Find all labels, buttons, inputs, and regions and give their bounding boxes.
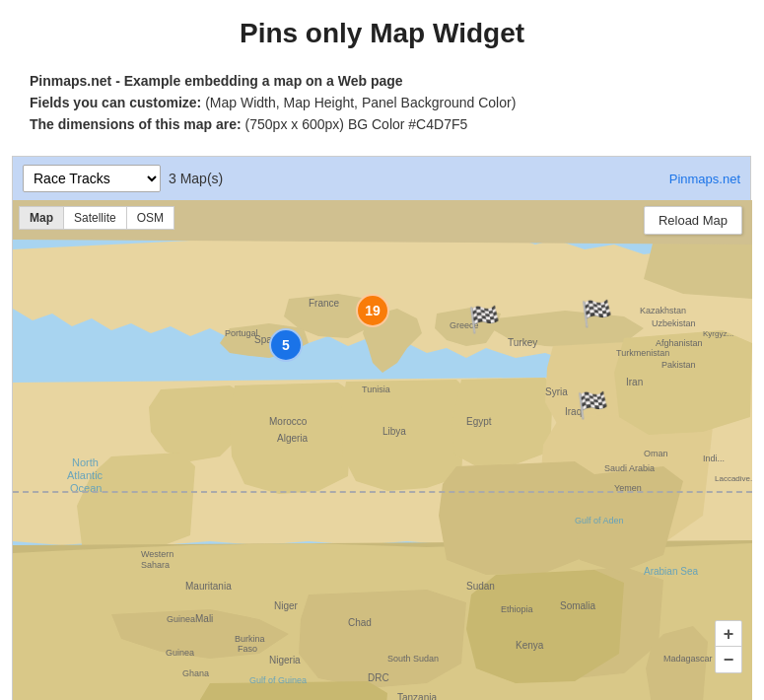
pinmaps-link[interactable]: Pinmaps.net [669, 172, 740, 186]
zoom-in-button[interactable]: + [716, 621, 741, 647]
cluster-count-5: 5 [269, 328, 303, 362]
svg-text:Atlantic: Atlantic [67, 469, 104, 481]
map-type-controls: Map Satellite OSM [19, 206, 174, 230]
cluster-pin-5[interactable]: 5 [269, 328, 303, 362]
svg-text:Indi...: Indi... [703, 454, 725, 463]
widget-topbar: Race Tracks 3 Map(s) Pinmaps.net [13, 157, 750, 200]
svg-text:South Sudan: South Sudan [387, 654, 439, 664]
info-line-1-text: Pinmaps.net - Example embedding a map on… [30, 73, 403, 89]
svg-text:Afghanistan: Afghanistan [656, 338, 703, 348]
svg-text:Western: Western [141, 549, 174, 559]
svg-text:Madagascar: Madagascar [663, 654, 713, 664]
page-title: Pins only Map Widget [20, 18, 744, 49]
info-line-3: The dimensions of this map are: (750px x… [30, 116, 734, 132]
page-header: Pins only Map Widget [0, 0, 764, 63]
info-line-3-label: The dimensions of this map are: [30, 116, 242, 132]
category-dropdown-wrapper: Race Tracks 3 Map(s) [23, 165, 223, 192]
svg-text:Guinea: Guinea [166, 648, 194, 658]
info-line-2-label: Fields you can customize: [30, 95, 201, 110]
cluster-count-19: 19 [356, 294, 389, 327]
svg-text:Turkmenistan: Turkmenistan [616, 348, 669, 358]
svg-text:Portugal: Portugal [225, 328, 258, 338]
map-widget: Race Tracks 3 Map(s) Pinmaps.net [12, 156, 751, 700]
reload-map-button[interactable]: Reload Map [644, 206, 742, 235]
svg-text:Nigeria: Nigeria [269, 655, 301, 665]
svg-text:Gulf of Aden: Gulf of Aden [575, 516, 624, 525]
info-line-3-value: (750px x 600px) BG Color #C4D7F5 [242, 116, 468, 132]
svg-text:Chad: Chad [348, 617, 372, 628]
svg-text:Mauritania: Mauritania [185, 581, 232, 592]
svg-text:Turkey: Turkey [508, 337, 537, 348]
svg-text:Ghana: Ghana [182, 668, 209, 678]
svg-text:DRC: DRC [368, 672, 389, 683]
cluster-pin-19[interactable]: 19 [356, 294, 389, 327]
map-count: 3 Map(s) [169, 171, 223, 186]
svg-text:Burkina: Burkina [235, 634, 265, 644]
svg-text:Ethiopia: Ethiopia [501, 604, 533, 614]
category-select[interactable]: Race Tracks [23, 165, 161, 192]
svg-text:Morocco: Morocco [269, 416, 308, 427]
svg-text:Uzbekistan: Uzbekistan [652, 318, 696, 328]
svg-text:Pakistan: Pakistan [661, 360, 696, 370]
svg-text:Sudan: Sudan [466, 581, 495, 592]
svg-text:Tanzania: Tanzania [397, 692, 437, 700]
svg-text:Somalia: Somalia [560, 600, 596, 611]
svg-text:North: North [72, 456, 99, 468]
svg-text:Egypt: Egypt [466, 416, 492, 427]
svg-text:Guinea: Guinea [167, 614, 195, 624]
svg-text:Oman: Oman [644, 449, 668, 458]
flag-pin-1[interactable]: 🏁 [468, 307, 500, 332]
svg-text:France: France [309, 298, 340, 309]
map-type-satellite[interactable]: Satellite [63, 206, 126, 230]
map-dashed-line [13, 491, 752, 493]
zoom-out-button[interactable]: − [716, 647, 741, 672]
svg-text:Arabian Sea: Arabian Sea [644, 566, 698, 577]
svg-text:Kazakhstan: Kazakhstan [640, 306, 686, 315]
svg-text:Saudi Arabia: Saudi Arabia [604, 463, 655, 473]
svg-text:Kyrgyz...: Kyrgyz... [703, 329, 733, 338]
zoom-controls: + − [715, 620, 742, 673]
svg-text:Niger: Niger [274, 600, 299, 611]
flag-pin-3[interactable]: 🏁 [577, 392, 608, 418]
flag-pin-2[interactable]: 🏁 [581, 301, 612, 326]
info-line-1: Pinmaps.net - Example embedding a map on… [30, 73, 734, 89]
map-background: North Atlantic Ocean Gulf of Aden Arabia… [13, 200, 752, 700]
svg-text:Syria: Syria [545, 386, 568, 397]
svg-text:Libya: Libya [382, 426, 406, 437]
svg-text:Faso: Faso [238, 644, 257, 654]
svg-text:Sahara: Sahara [141, 560, 170, 570]
svg-text:Kenya: Kenya [516, 640, 544, 651]
info-line-2-value: (Map Width, Map Height, Panel Background… [201, 95, 516, 110]
svg-text:Algeria: Algeria [277, 433, 309, 444]
map-area: North Atlantic Ocean Gulf of Aden Arabia… [13, 200, 752, 700]
map-type-osm[interactable]: OSM [126, 206, 174, 230]
svg-text:Mali: Mali [195, 613, 213, 624]
svg-text:Tunisia: Tunisia [362, 385, 390, 394]
svg-text:Gulf of Guinea: Gulf of Guinea [249, 675, 307, 685]
info-section: Pinmaps.net - Example embedding a map on… [0, 63, 764, 146]
svg-text:Laccadive...: Laccadive... [715, 474, 752, 483]
svg-text:Iran: Iran [626, 377, 643, 387]
info-line-2: Fields you can customize: (Map Width, Ma… [30, 95, 734, 110]
map-type-map[interactable]: Map [19, 206, 63, 230]
